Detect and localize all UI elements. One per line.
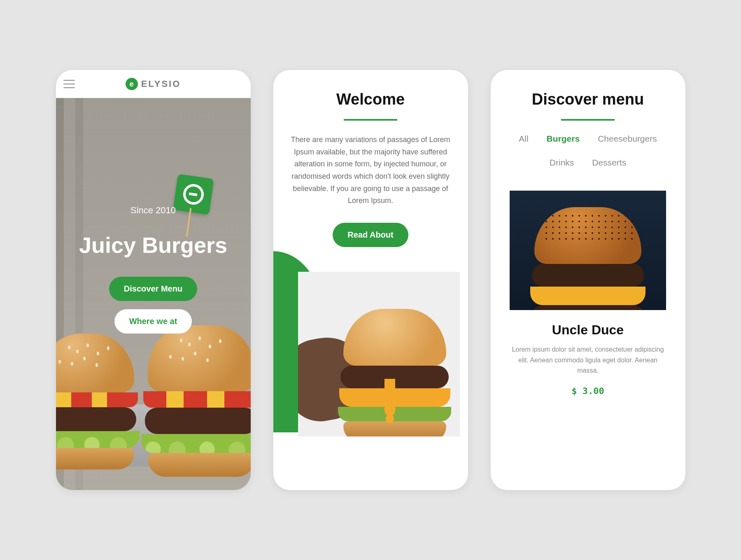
menu-title: Discover menu [491,91,685,108]
screen-menu: Discover menu All Burgers Cheeseburgers … [491,70,685,490]
product-description: Lorem ipsum dolor sit amet, consectetuer… [491,344,685,376]
product-price: $ 3.00 [491,386,685,396]
hero-title: Juicy Burgers [56,232,251,258]
product-image [510,191,666,310]
welcome-title: Welcome [273,91,468,108]
menu-icon[interactable] [63,80,75,88]
title-underline [561,119,615,121]
discover-menu-button[interactable]: Discover Menu [109,277,197,301]
screen-welcome: Welcome There are many variations of pas… [273,70,468,490]
logo-text: ELYSIO [141,79,181,89]
logo-mark-icon: e [126,78,138,90]
filter-cheeseburgers[interactable]: Cheeseburgers [598,134,657,144]
where-we-at-button[interactable]: Where we at [114,309,192,334]
hero-section: Since 2010 Juicy Burgers Discover Menu W… [56,98,251,490]
filter-desserts[interactable]: Desserts [592,158,626,168]
filter-drinks[interactable]: Drinks [550,158,574,168]
filter-burgers[interactable]: Burgers [547,134,580,144]
burger-image [148,325,251,445]
brand-logo: e ELYSIO [56,78,251,90]
read-about-button[interactable]: Read About [333,223,408,247]
burger-image [56,334,134,441]
title-underline [344,119,397,121]
top-bar: e ELYSIO [56,70,251,98]
menu-filters: All Burgers Cheeseburgers Drinks Dessert… [491,134,685,168]
welcome-image [273,259,468,436]
product-name: Uncle Duce [491,322,685,338]
hero-subtitle: Since 2010 [56,205,251,216]
screen-hero: e ELYSIO Since 2010 Juicy Burgers [56,70,251,490]
filter-all[interactable]: All [519,134,528,144]
welcome-text: There are many variations of passages of… [273,134,468,207]
